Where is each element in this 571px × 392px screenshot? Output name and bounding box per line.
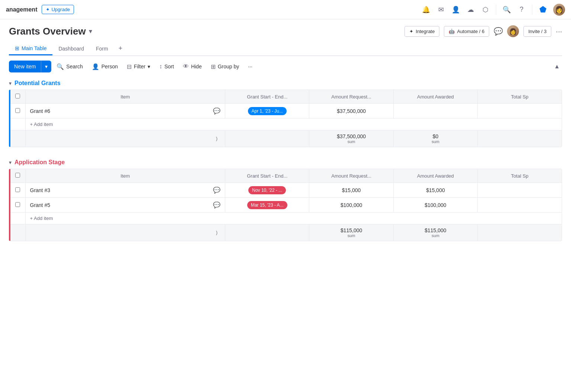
row-date-0-0[interactable]: Apr 1, '23 - Ju...: [225, 104, 309, 119]
date-badge-1-0[interactable]: Nov 10, '22 - ...: [248, 186, 286, 194]
invite-button[interactable]: Invite / 3: [523, 26, 551, 37]
upgrade-button[interactable]: ✦ Upgrade: [42, 5, 74, 14]
add-item-label-1[interactable]: + Add item: [25, 213, 562, 224]
board-avatar[interactable]: 👩: [507, 25, 519, 37]
integrate-label: Integrate: [416, 29, 435, 34]
sum-total-0: [478, 130, 562, 147]
person-icon: 👤: [92, 63, 99, 70]
table-row: Grant #6 💬 Apr 1, '23 - Ju... $37,500,00…: [10, 104, 562, 119]
row-check-1-0[interactable]: [10, 183, 25, 198]
title-dropdown-icon[interactable]: ▾: [89, 27, 92, 35]
collapse-button[interactable]: ▲: [552, 61, 562, 72]
sum-collapse-1[interactable]: ): [216, 230, 217, 235]
chat-icon[interactable]: 💬: [494, 27, 503, 36]
upgrade-icon: ✦: [46, 7, 50, 12]
row-date-1-0[interactable]: Nov 10, '22 - ...: [225, 183, 309, 198]
hide-label: Hide: [191, 64, 202, 69]
group-toggle-1[interactable]: ▾: [9, 159, 12, 165]
hide-icon: 👁: [183, 63, 189, 70]
col-awarded-1: Amount Awarded: [393, 169, 477, 183]
group-by-button[interactable]: ⊞ Group by: [207, 61, 243, 72]
row-name-1-0[interactable]: Grant #3: [30, 187, 210, 193]
row-date-1-1[interactable]: Mar 15, '23 - A...: [225, 198, 309, 213]
col-total-0: Total Sp: [478, 90, 562, 104]
group-title-0: Potential Grants: [14, 80, 61, 87]
search-label: Search: [66, 64, 83, 69]
sum-row-0: ) $37,500,000 sum $0 sum: [10, 130, 562, 147]
sum-awarded-value-1: $115,000: [398, 227, 473, 233]
top-nav-right: 🔔 ✉ 👤 ☁ ⬡ 🔍 ? ⬟ 👩: [422, 4, 565, 16]
tab-add-button[interactable]: +: [114, 42, 127, 55]
more-toolbar-button[interactable]: ···: [244, 61, 256, 72]
row-total-0-0: [478, 104, 562, 119]
col-item-1: Item: [25, 169, 225, 183]
new-item-button[interactable]: New item ▾: [9, 61, 51, 72]
sort-icon: ↕: [159, 63, 162, 70]
comment-icon-1-1[interactable]: 💬: [213, 201, 220, 208]
sum-check-1: [10, 224, 25, 241]
row-awarded-1-1: $100,000: [393, 198, 477, 213]
help-icon[interactable]: ?: [517, 5, 526, 14]
row-check-1-1[interactable]: [10, 198, 25, 213]
group-toggle-0[interactable]: ▾: [9, 80, 12, 86]
more-options-button[interactable]: ···: [556, 27, 562, 36]
group-header-1: ▾ Application Stage: [0, 156, 571, 169]
sum-requested-0: $37,500,000 sum: [309, 130, 393, 147]
hide-button[interactable]: 👁 Hide: [179, 61, 206, 72]
add-item-label-0[interactable]: + Add item: [25, 119, 562, 130]
row-name-0-0[interactable]: Grant #6: [30, 108, 210, 114]
top-nav-left: anagement ✦ Upgrade: [6, 5, 74, 14]
nodes-icon[interactable]: ⬡: [481, 5, 490, 14]
automate-button[interactable]: 🤖 Automate / 6: [444, 26, 489, 37]
new-item-label[interactable]: New item: [9, 61, 41, 72]
col-date-1: Grant Start - End...: [225, 169, 309, 183]
sum-check-0: [10, 130, 25, 147]
sum-awarded-label-1: sum: [398, 233, 473, 238]
integrate-button[interactable]: ✦ Integrate: [404, 26, 439, 37]
nav-divider-2: [532, 4, 532, 15]
board-title: Grants Overview ▾: [9, 26, 92, 37]
groups-container: ▾ Potential Grants Item Grant Start - En…: [0, 77, 571, 241]
comment-icon-0-0[interactable]: 💬: [213, 107, 220, 114]
row-check-0-0[interactable]: [10, 104, 25, 119]
group-by-icon: ⊞: [211, 63, 216, 70]
add-item-row-0[interactable]: + Add item: [10, 119, 562, 130]
tab-main-table[interactable]: ⊞ Main Table: [9, 42, 52, 55]
board-title-row: Grants Overview ▾ ✦ Integrate 🤖 Automate…: [9, 25, 562, 37]
tab-form[interactable]: Form: [90, 43, 114, 55]
person-button[interactable]: 👤 Person: [88, 61, 122, 72]
row-total-1-1: [478, 198, 562, 213]
app-switcher-icon[interactable]: ⬟: [538, 5, 547, 14]
upgrade-label: Upgrade: [51, 7, 70, 12]
person-label: Person: [101, 64, 118, 69]
comment-icon-1-0[interactable]: 💬: [213, 187, 220, 194]
col-date-0: Grant Start - End...: [225, 90, 309, 104]
filter-button[interactable]: ⊟ Filter ▾: [123, 61, 154, 72]
table-0: Item Grant Start - End... Amount Request…: [10, 90, 562, 147]
cloud-icon[interactable]: ☁: [466, 5, 475, 14]
new-item-dropdown-icon[interactable]: ▾: [41, 61, 51, 72]
board-actions: ✦ Integrate 🤖 Automate / 6 💬 👩 Invite / …: [404, 25, 562, 37]
add-item-row-1[interactable]: + Add item: [10, 213, 562, 224]
bell-icon[interactable]: 🔔: [422, 5, 430, 14]
filter-label: Filter: [134, 64, 145, 69]
inbox-icon[interactable]: ✉: [436, 5, 445, 14]
avatar[interactable]: 👩: [553, 4, 565, 16]
date-badge-1-1[interactable]: Mar 15, '23 - A...: [247, 201, 287, 209]
search-icon[interactable]: 🔍: [502, 5, 511, 14]
table-wrapper-0: Item Grant Start - End... Amount Request…: [9, 90, 562, 147]
sort-button[interactable]: ↕ Sort: [155, 61, 178, 72]
row-name-1-1[interactable]: Grant #5: [30, 202, 210, 208]
sum-collapse-0[interactable]: ): [216, 136, 217, 141]
col-request-1: Amount Request...: [309, 169, 393, 183]
select-all-1[interactable]: [15, 173, 20, 178]
sum-awarded-value-0: $0: [398, 133, 473, 139]
row-item-1-1: Grant #5 💬: [25, 198, 225, 213]
row-requested-1-1: $100,000: [309, 198, 393, 213]
filter-icon: ⊟: [127, 63, 132, 70]
add-user-icon[interactable]: 👤: [451, 5, 460, 14]
tab-dashboard[interactable]: Dashboard: [52, 43, 90, 55]
select-all-0[interactable]: [15, 94, 20, 98]
search-button[interactable]: 🔍 Search: [53, 61, 86, 72]
date-badge-0-0[interactable]: Apr 1, '23 - Ju...: [248, 107, 287, 115]
